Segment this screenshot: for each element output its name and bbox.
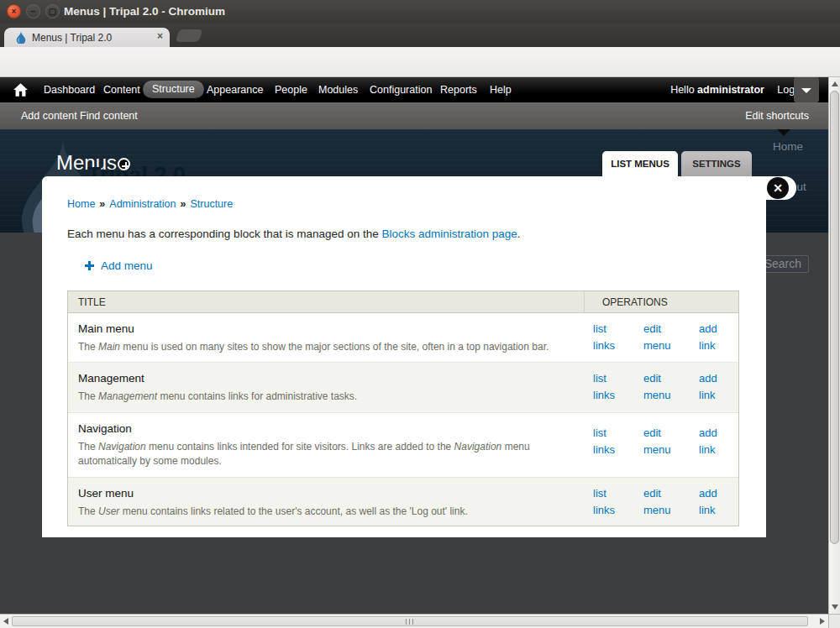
table-header-row: TITLE OPERATIONS	[68, 291, 738, 313]
add-menu-action: Add menu	[85, 258, 741, 271]
browser-tab[interactable]: Menus | Tripal 2.0 ×	[4, 28, 170, 47]
list-links-link[interactable]: list links	[593, 370, 628, 404]
row-operations: list links edit menu add link	[584, 321, 740, 354]
greeting-text: Hello	[670, 84, 695, 96]
toolbar-item-appearance[interactable]: Appearance	[200, 77, 270, 102]
blocks-administration-link[interactable]: Blocks administration page	[382, 228, 517, 240]
scroll-down-icon[interactable]	[832, 604, 838, 610]
row-operations: list links edit menu add link	[584, 425, 740, 458]
menus-table: TITLE OPERATIONS Main menu The Main menu…	[67, 290, 739, 526]
scroll-right-icon[interactable]	[820, 618, 825, 625]
tab-settings[interactable]: SETTINGS	[681, 151, 752, 176]
column-header-operations: OPERATIONS	[584, 291, 738, 312]
add-link-link[interactable]: add link	[699, 425, 734, 458]
edit-menu-link[interactable]: edit menu	[643, 425, 679, 458]
menu-description: The Management menu contains links for a…	[78, 390, 570, 404]
toolbar-item-help[interactable]: Help	[483, 77, 518, 102]
toolbar-account-link[interactable]: Hello administrator	[670, 77, 764, 102]
breadcrumb-home[interactable]: Home	[67, 198, 95, 210]
close-icon[interactable]: ✕	[767, 177, 789, 199]
horizontal-scroll-thumb[interactable]	[12, 616, 808, 626]
breadcrumb-separator: »	[181, 198, 186, 210]
toolbar-drawer-toggle[interactable]	[794, 77, 819, 102]
edit-menu-link[interactable]: edit menu	[643, 321, 679, 354]
scroll-left-icon[interactable]	[3, 618, 8, 625]
drupal-favicon-icon	[15, 31, 27, 44]
window-close-button[interactable]: ×	[7, 4, 21, 18]
shortcut-add-content[interactable]: Add content	[21, 102, 77, 129]
window-title: Menus | Tripal 2.0 - Chromium	[64, 5, 225, 18]
vertical-scrollbar[interactable]	[828, 77, 840, 614]
list-links-link[interactable]: list links	[593, 321, 628, 354]
toolbar-item-modules[interactable]: Modules	[312, 77, 365, 102]
menu-description: The User menu contains links related to …	[78, 505, 570, 519]
add-link-link[interactable]: add link	[699, 370, 734, 404]
toolbar-item-structure[interactable]: Structure	[143, 81, 204, 98]
row-operations: list links edit menu add link	[584, 485, 740, 519]
scroll-up-icon[interactable]	[832, 81, 838, 86]
menu-description: The Navigation menu contains links inten…	[78, 440, 570, 469]
toolbar-item-reports[interactable]: Reports	[433, 77, 484, 102]
chevron-down-icon	[801, 88, 811, 93]
toolbar-item-content[interactable]: Content	[97, 77, 147, 102]
column-header-title: TITLE	[68, 296, 584, 308]
scrollbar-corner	[828, 614, 840, 628]
breadcrumb-administration[interactable]: Administration	[109, 198, 176, 210]
edit-menu-link[interactable]: edit menu	[643, 485, 679, 519]
tab-title: Menus | Tripal 2.0	[32, 32, 112, 44]
row-operations: list links edit menu add link	[584, 370, 740, 404]
breadcrumb-structure[interactable]: Structure	[190, 198, 233, 210]
edit-shortcuts-link[interactable]: Edit shortcuts	[745, 102, 809, 129]
table-row: Management The Management menu contains …	[68, 362, 738, 412]
shortcut-find-content[interactable]: Find content	[80, 102, 138, 129]
window-maximize-button[interactable]: ▢	[45, 4, 60, 18]
tab-close-icon[interactable]: ×	[157, 30, 163, 42]
tab-strip: Menus | Tripal 2.0 ×	[0, 24, 840, 47]
breadcrumb-separator: »	[99, 198, 105, 210]
username-text: administrator	[697, 84, 764, 96]
browser-navbar: ❮ ❯ ⟳ localhost/#overlay=admin/structure…	[0, 47, 840, 77]
table-row: User menu The User menu contains links r…	[68, 477, 738, 526]
window-titlebar: × – ▢ Menus | Tripal 2.0 - Chromium	[0, 0, 840, 24]
home-icon[interactable]	[13, 83, 28, 97]
add-link-link[interactable]: add link	[699, 321, 734, 354]
background-home-link[interactable]: Home	[773, 140, 803, 153]
breadcrumb: Home»Administration»Structure	[67, 198, 741, 210]
toolbar-item-dashboard[interactable]: Dashboard	[37, 77, 102, 102]
intro-suffix: .	[517, 228, 521, 240]
intro-text-part: Each menu has a corresponding block that…	[67, 228, 382, 240]
add-link-link[interactable]: add link	[699, 485, 734, 519]
menu-description: The Main menu is used on many sites to s…	[78, 340, 570, 354]
shortcut-indicator-triangle-icon	[777, 129, 790, 136]
admin-toolbar: Dashboard Content Structure Appearance P…	[0, 77, 840, 102]
shortcut-bar: Add content Find content Edit shortcuts	[0, 102, 840, 129]
vertical-scroll-thumb[interactable]	[830, 91, 839, 544]
horizontal-scrollbar[interactable]	[0, 614, 828, 628]
overlay-modal: Home»Administration»Structure Each menu …	[42, 176, 766, 537]
table-row: Navigation The Navigation menu contains …	[68, 412, 738, 477]
tab-list-menus[interactable]: LIST MENUS	[602, 151, 678, 176]
new-tab-button[interactable]	[176, 29, 203, 42]
intro-text: Each menu has a corresponding block that…	[67, 228, 741, 240]
list-links-link[interactable]: list links	[593, 485, 628, 519]
edit-menu-link[interactable]: edit menu	[643, 370, 679, 404]
add-menu-link[interactable]: Add menu	[101, 259, 153, 272]
list-links-link[interactable]: list links	[593, 425, 628, 458]
plus-icon	[85, 261, 94, 270]
window-minimize-button[interactable]: –	[26, 4, 40, 18]
toolbar-item-people[interactable]: People	[268, 77, 314, 102]
toolbar-item-configuration[interactable]: Configuration	[363, 77, 438, 102]
table-row: Main menu The Main menu is used on many …	[68, 313, 738, 362]
